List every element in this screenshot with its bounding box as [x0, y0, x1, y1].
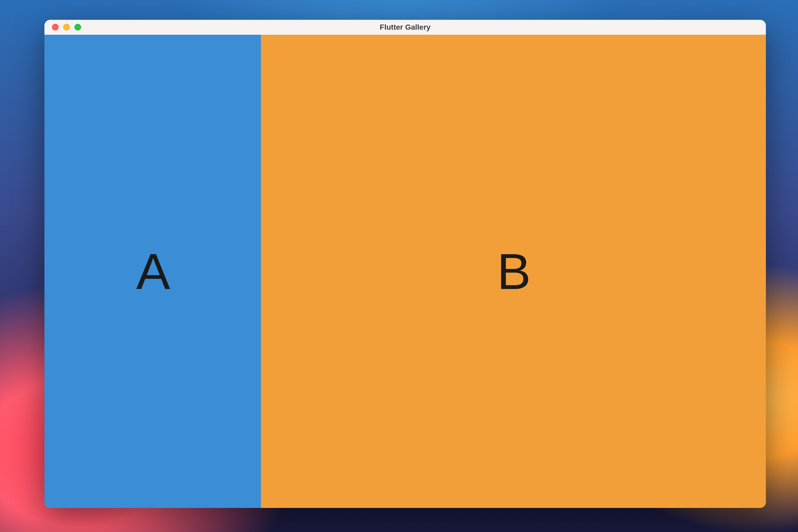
minimize-icon[interactable] [63, 24, 70, 31]
pane-b-label: B [497, 242, 530, 301]
app-window: Flutter Gallery A B [44, 20, 766, 508]
window-titlebar[interactable]: Flutter Gallery [44, 20, 766, 35]
close-icon[interactable] [52, 24, 59, 31]
pane-a: A [44, 35, 261, 508]
app-content: A B [44, 35, 766, 508]
window-controls [44, 24, 81, 31]
pane-a-label: A [136, 242, 169, 301]
zoom-icon[interactable] [74, 24, 81, 31]
window-title: Flutter Gallery [44, 23, 766, 32]
pane-b: B [261, 35, 766, 508]
